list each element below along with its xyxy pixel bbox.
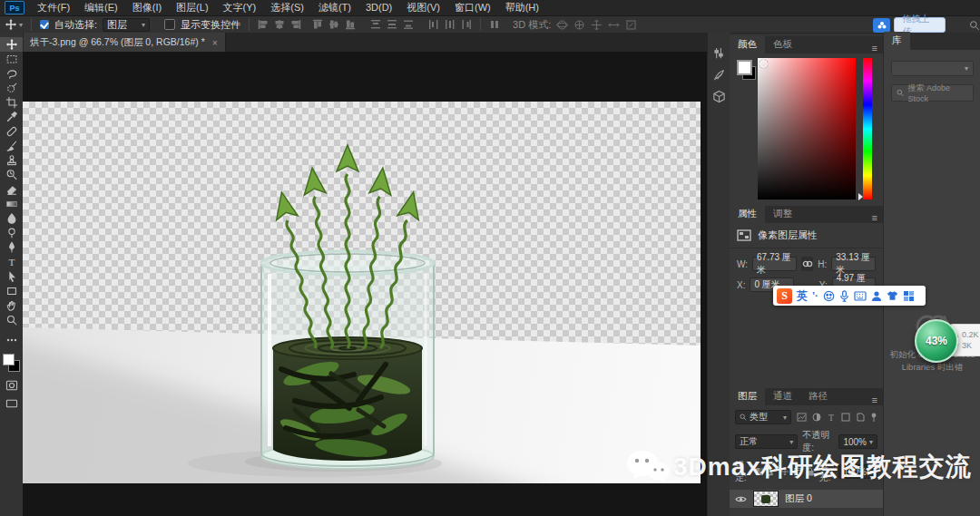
ime-keyboard-icon[interactable] (854, 291, 867, 301)
filter-smart-object-icon[interactable] (856, 413, 865, 422)
distribute-right-icon[interactable] (461, 19, 472, 30)
libraries-search-box[interactable]: 搜索 Adobe Stock (891, 84, 974, 102)
path-selection-tool[interactable] (0, 269, 23, 284)
hue-slider[interactable] (863, 58, 872, 200)
align-top-icon[interactable] (312, 19, 323, 30)
menu-view[interactable]: 视图(V) (399, 0, 447, 15)
type-tool[interactable]: T (0, 255, 23, 269)
quick-selection-tool[interactable] (0, 81, 23, 95)
foreground-color-swatch[interactable] (3, 354, 15, 365)
blend-mode-dropdown[interactable]: 正常 ▾ (735, 434, 798, 449)
distribute-top-icon[interactable] (370, 19, 381, 30)
libraries-dropdown[interactable]: ▾ (891, 61, 974, 76)
layer-name[interactable]: 图层 0 (785, 492, 812, 505)
move-tool[interactable] (0, 37, 23, 52)
3d-roll-icon[interactable] (573, 19, 585, 31)
panel-foreground-swatch[interactable] (737, 60, 752, 75)
ime-profile-icon[interactable] (871, 290, 882, 302)
auto-select-checkbox[interactable] (40, 20, 49, 29)
tool-preset-picker[interactable]: ▾ (5, 18, 23, 31)
layer-thumbnail[interactable] (753, 491, 779, 507)
align-center-horizontal-icon[interactable] (274, 19, 285, 30)
ime-skin-icon[interactable] (887, 290, 898, 301)
link-dimensions-icon[interactable] (801, 257, 813, 271)
clone-stamp-tool[interactable] (0, 153, 23, 168)
layer-filter-dropdown[interactable]: 类型 ▾ (735, 410, 791, 424)
menu-3d[interactable]: 3D(D) (358, 0, 399, 15)
ime-punctuation-icon[interactable]: ’· (812, 290, 818, 301)
quick-mask-icon[interactable] (0, 378, 23, 393)
tab-libraries[interactable]: 库 (884, 32, 910, 50)
align-right-icon[interactable] (290, 19, 301, 30)
3d-slide-icon[interactable] (608, 19, 620, 31)
tab-properties[interactable]: 属性 (730, 205, 765, 223)
learn-panel-icon[interactable] (708, 63, 730, 85)
menu-edit[interactable]: 编辑(E) (77, 0, 125, 15)
dodge-tool[interactable] (0, 226, 23, 240)
zoom-tool[interactable] (0, 313, 23, 327)
sogou-logo-icon[interactable]: S (777, 288, 792, 304)
opacity-dropdown[interactable]: 100% ▾ (838, 434, 877, 449)
layer-visibility-eye-icon[interactable] (735, 495, 747, 503)
tab-paths[interactable]: 路径 (800, 387, 836, 405)
tab-color[interactable]: 颜色 (730, 35, 765, 54)
3d-orbit-icon[interactable] (556, 19, 568, 31)
foreground-background-colors[interactable] (0, 351, 23, 375)
close-icon[interactable]: × (212, 37, 218, 48)
tab-channels[interactable]: 通道 (765, 387, 800, 405)
history-panel-icon[interactable] (708, 42, 730, 63)
ime-toolbox-icon[interactable] (903, 290, 915, 302)
menu-window[interactable]: 窗口(W) (447, 0, 498, 15)
hue-slider-marker[interactable] (858, 193, 863, 200)
3d-drag-icon[interactable] (591, 19, 603, 31)
show-transform-checkbox[interactable] (164, 19, 175, 30)
distribute-spacing-icon[interactable] (489, 19, 500, 30)
menu-type[interactable]: 文字(Y) (216, 0, 264, 15)
distribute-left-icon[interactable] (428, 19, 439, 30)
distribute-bottom-icon[interactable] (403, 19, 414, 30)
spot-healing-brush-tool[interactable] (0, 124, 23, 139)
filter-pin-icon[interactable] (870, 413, 877, 422)
canvas-area[interactable] (23, 52, 707, 516)
menu-help[interactable]: 帮助(H) (498, 0, 546, 15)
crop-tool[interactable] (0, 95, 23, 110)
filter-shape-icon[interactable] (841, 413, 850, 422)
blur-tool[interactable] (0, 211, 23, 226)
cloud-upload-icon[interactable] (873, 18, 890, 33)
3d-scale-icon[interactable] (625, 19, 637, 31)
history-brush-tool[interactable] (0, 168, 23, 182)
panel-menu-icon[interactable]: ≡ (867, 391, 883, 405)
ime-voice-icon[interactable] (839, 290, 849, 302)
align-middle-icon[interactable] (328, 19, 339, 30)
filter-pixel-icon[interactable] (797, 413, 807, 422)
layer-row[interactable]: 图层 0 (730, 490, 883, 508)
menu-filter[interactable]: 滤镜(T) (311, 0, 358, 15)
ime-emoji-icon[interactable] (823, 290, 835, 302)
menu-select[interactable]: 选择(S) (263, 0, 311, 15)
gradient-tool[interactable] (0, 197, 23, 211)
edit-toolbar-ellipsis-icon[interactable] (0, 333, 23, 347)
eraser-tool[interactable] (0, 182, 23, 197)
align-bottom-icon[interactable] (345, 19, 356, 30)
menu-image[interactable]: 图像(I) (125, 0, 169, 15)
pen-tool[interactable] (0, 240, 23, 255)
document-tab[interactable]: 烘干-3.png @ 66.7% (图层 0, RGB/16#) * × (23, 33, 226, 52)
search-icon[interactable] (969, 20, 980, 31)
menu-layer[interactable]: 图层(L) (169, 0, 215, 15)
tab-layers[interactable]: 图层 (730, 387, 765, 405)
height-field[interactable]: 33.13 厘米 (831, 257, 876, 271)
tab-adjustments[interactable]: 调整 (765, 205, 800, 223)
netspeed-badge[interactable]: 43% (915, 319, 958, 363)
eyedropper-tool[interactable] (0, 110, 23, 124)
screen-mode-icon[interactable] (0, 396, 23, 411)
align-left-icon[interactable] (258, 19, 269, 30)
lasso-tool[interactable] (0, 66, 23, 81)
drag-upload-button[interactable]: 拖拽上传 (894, 17, 946, 33)
3d-panel-icon[interactable] (708, 85, 730, 107)
filter-type-icon[interactable]: T (827, 413, 836, 422)
width-field[interactable]: 67.73 厘米 (752, 257, 797, 271)
filter-adjustment-icon[interactable] (812, 413, 821, 422)
distribute-center-icon[interactable] (445, 19, 456, 30)
auto-select-dropdown[interactable]: 图层 ▾ (103, 18, 150, 32)
tab-swatches[interactable]: 色板 (765, 35, 800, 54)
